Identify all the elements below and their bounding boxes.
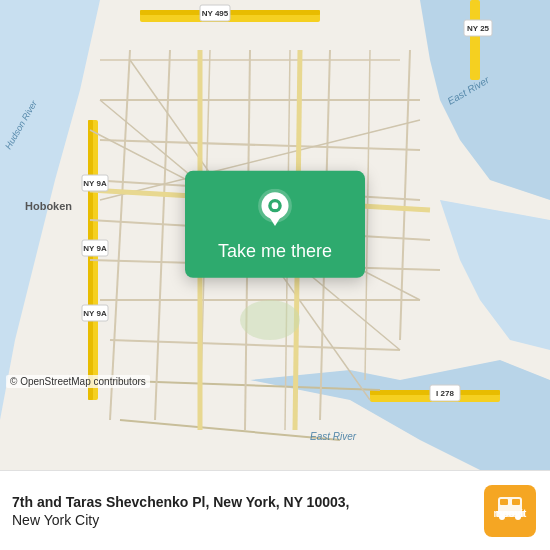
location-card[interactable]: Take me there <box>185 171 365 278</box>
svg-rect-67 <box>496 511 524 517</box>
svg-rect-12 <box>470 0 480 80</box>
svg-rect-63 <box>500 499 508 505</box>
svg-text:NY 25: NY 25 <box>467 24 490 33</box>
svg-text:Hoboken: Hoboken <box>25 200 72 212</box>
svg-point-59 <box>272 202 279 209</box>
location-pin-icon <box>253 189 297 233</box>
svg-rect-64 <box>512 499 520 505</box>
svg-point-38 <box>240 300 300 340</box>
attribution-text: © OpenStreetMap contributors <box>10 376 146 387</box>
svg-text:I 278: I 278 <box>436 389 454 398</box>
bottom-bar: 7th and Taras Shevchenko Pl, New York, N… <box>0 470 550 550</box>
map-container: NY 9A NY 9A NY 9A NY 495 NY 25 I 278 Hob… <box>0 0 550 470</box>
svg-text:NY 9A: NY 9A <box>83 309 107 318</box>
location-city: New York City <box>12 512 349 528</box>
moovit-logo-icon: moovit <box>484 485 536 537</box>
svg-text:NY 495: NY 495 <box>202 9 229 18</box>
svg-text:East River: East River <box>310 431 357 442</box>
moovit-logo: moovit <box>484 485 536 537</box>
location-name: 7th and Taras Shevchenko Pl, New York, N… <box>12 494 349 510</box>
svg-text:NY 9A: NY 9A <box>83 244 107 253</box>
location-info: 7th and Taras Shevchenko Pl, New York, N… <box>12 494 349 528</box>
osm-attribution: © OpenStreetMap contributors <box>6 375 150 388</box>
svg-text:NY 9A: NY 9A <box>83 179 107 188</box>
take-me-there-button[interactable]: Take me there <box>218 241 332 262</box>
